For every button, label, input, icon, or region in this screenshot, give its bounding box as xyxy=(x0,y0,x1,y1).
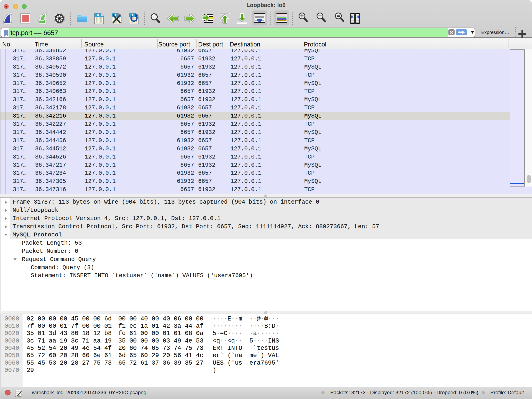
svg-text:0101: 0101 xyxy=(16,391,20,393)
svg-text:01110: 01110 xyxy=(96,21,102,24)
